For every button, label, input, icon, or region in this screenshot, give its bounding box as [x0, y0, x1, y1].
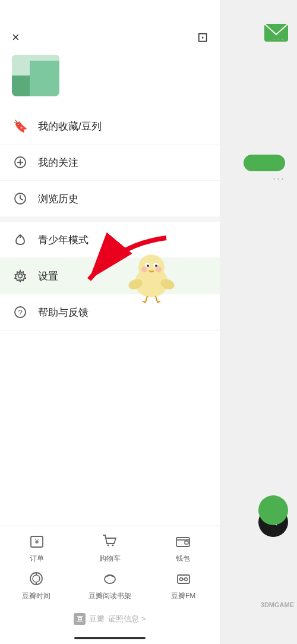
menu-item-bookmarks[interactable]: 🔖 我的收藏/豆列 — [0, 108, 220, 144]
settings-icon — [12, 268, 29, 284]
svg-point-19 — [33, 575, 40, 582]
svg-rect-16 — [176, 538, 189, 546]
watermark: 3DMGAME — [261, 601, 294, 608]
wallet-icon — [175, 533, 191, 551]
scan-icon[interactable]: ⊡ — [197, 30, 208, 45]
panel-header: × ⊡ — [0, 0, 220, 55]
svg-text:¥: ¥ — [34, 538, 39, 546]
tab-fm-label: 豆瓣FM — [171, 591, 195, 601]
brand-logo: 豆 — [74, 613, 86, 625]
bottom-tabs: ¥ 订单 购物车 — [0, 526, 220, 644]
avatar[interactable] — [12, 55, 59, 96]
following-icon — [12, 154, 29, 171]
svg-point-15 — [112, 545, 113, 546]
menu-item-youth[interactable]: 青少年模式 — [0, 222, 220, 258]
tab-time-label: 豆瓣时间 — [22, 591, 50, 601]
orders-icon: ¥ — [29, 533, 45, 551]
svg-point-25 — [184, 578, 187, 581]
side-panel: × ⊡ 🔖 我的收藏/豆列 — [0, 0, 220, 644]
reader-icon — [102, 571, 118, 589]
svg-rect-17 — [185, 541, 188, 544]
svg-rect-2 — [30, 61, 59, 96]
tab-cart[interactable]: 购物车 — [89, 533, 131, 564]
tab-reader[interactable]: 豆瓣阅读书架 — [89, 571, 131, 601]
menu-label-settings: 设置 — [38, 269, 58, 283]
tabs-row-2: 豆瓣时间 豆瓣阅读书架 — [0, 571, 220, 601]
bookmark-icon: 🔖 — [12, 118, 29, 134]
menu-label-youth: 青少年模式 — [38, 233, 89, 247]
help-icon: ? — [12, 304, 29, 321]
cert-text: 证照信息 > — [108, 614, 146, 624]
cart-icon — [102, 533, 118, 551]
tab-fm[interactable]: 豆瓣FM — [163, 571, 204, 601]
svg-point-14 — [107, 545, 109, 546]
brand-name: 豆瓣 — [89, 614, 105, 624]
menu-item-help[interactable]: ? 帮助与反馈 — [0, 294, 220, 331]
tabs-row-1: ¥ 订单 购物车 — [0, 533, 220, 564]
menu-label-following: 我的关注 — [38, 156, 78, 169]
home-indicator — [74, 637, 146, 639]
menu-item-settings[interactable]: 设置 — [0, 258, 220, 294]
time-icon — [29, 571, 44, 589]
tab-wallet[interactable]: 钱包 — [162, 533, 204, 564]
close-button[interactable]: × — [12, 31, 20, 44]
tab-reader-label: 豆瓣阅读书架 — [89, 591, 131, 601]
tab-orders[interactable]: ¥ 订单 — [16, 533, 58, 564]
menu-label-help: 帮助与反馈 — [38, 306, 89, 319]
menu-list: 🔖 我的收藏/豆列 我的关注 浏览历史 — [0, 108, 220, 526]
header-icons: ⊡ — [197, 30, 208, 45]
svg-point-24 — [179, 578, 182, 581]
svg-point-9 — [18, 274, 23, 278]
menu-divider — [0, 217, 220, 222]
svg-point-22 — [105, 575, 115, 583]
youth-icon — [12, 231, 29, 248]
fm-icon — [176, 571, 191, 589]
menu-item-following[interactable]: 我的关注 — [0, 144, 220, 181]
tab-wallet-label: 钱包 — [176, 554, 190, 564]
footer-brand[interactable]: 豆 豆瓣 证照信息 > — [0, 608, 220, 637]
svg-rect-3 — [12, 76, 30, 96]
tab-orders-label: 订单 — [30, 554, 44, 564]
history-icon — [12, 190, 29, 207]
menu-label-bookmarks: 我的收藏/豆列 — [38, 120, 102, 133]
svg-text:?: ? — [18, 308, 22, 317]
tab-douban-time[interactable]: 豆瓣时间 — [15, 571, 57, 601]
avatar-section — [0, 55, 220, 108]
menu-item-history[interactable]: 浏览历史 — [0, 181, 220, 217]
menu-label-history: 浏览历史 — [38, 192, 78, 206]
tab-cart-label: 购物车 — [99, 554, 121, 564]
